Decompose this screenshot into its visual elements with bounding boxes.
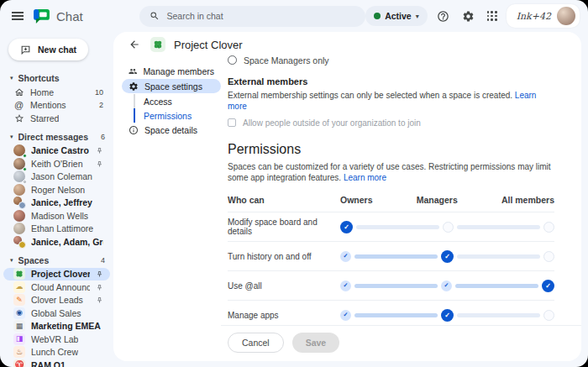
pin-icon xyxy=(96,156,103,171)
sidebar: New chat ▾ Shortcuts Home 10 @ Mentions … xyxy=(0,32,113,367)
people-icon xyxy=(129,66,137,76)
dm-item[interactable]: Janice, Adam, Gre… xyxy=(3,235,110,249)
clover-icon xyxy=(150,37,165,52)
dm-item[interactable]: Ethan Lattimore xyxy=(3,223,110,236)
space-managers-only-option[interactable]: Space Managers only xyxy=(228,55,554,66)
top-bar: Chat Search in chat Active ▾ Ink+42 xyxy=(0,0,588,32)
slider-stop-all-members[interactable] xyxy=(543,222,554,233)
dm-item[interactable]: Jason Coleman xyxy=(3,170,110,184)
status-selector[interactable]: Active ▾ xyxy=(365,6,428,26)
chevron-down-icon: ▾ xyxy=(416,13,419,20)
dm-item[interactable]: Madison Wells xyxy=(3,209,110,223)
pencil-icon: ✎ xyxy=(13,294,25,306)
sidebar-item-mentions[interactable]: @ Mentions 2 xyxy=(3,99,110,113)
checkbox-icon[interactable] xyxy=(228,118,236,127)
back-arrow-icon xyxy=(129,39,140,50)
slider-stop-owners[interactable] xyxy=(340,251,351,262)
section-shortcuts[interactable]: ▾ Shortcuts xyxy=(0,71,113,86)
space-item[interactable]: ♨ Lunch Crew xyxy=(3,346,110,359)
chart-icon: ▦ xyxy=(13,320,25,332)
vr-icon: ◨ xyxy=(13,333,25,345)
dm-item[interactable]: Keith O'Brien xyxy=(3,157,110,170)
slider-stop-owners[interactable] xyxy=(340,310,351,321)
help-icon xyxy=(437,10,449,23)
dialog-content: Space Managers only External members Ext… xyxy=(221,55,581,325)
section-direct-messages[interactable]: ▾ Direct messages 6 xyxy=(0,129,113,144)
back-button[interactable] xyxy=(127,37,142,52)
mentions-icon: @ xyxy=(13,100,24,111)
sidebar-item-starred[interactable]: Starred xyxy=(3,112,110,125)
section-count: 6 xyxy=(101,133,105,141)
save-button[interactable]: Save xyxy=(292,333,340,353)
section-count: 4 xyxy=(101,256,105,265)
learn-more-link[interactable]: Learn more xyxy=(344,173,386,182)
space-item[interactable]: ▦ Marketing EMEA xyxy=(3,320,110,333)
main-menu-button[interactable] xyxy=(8,8,27,24)
status-label: Active xyxy=(385,11,412,21)
col-all-members: All members xyxy=(501,195,554,205)
dm-item[interactable]: Janice, Jeffrey xyxy=(3,197,110,210)
nav-manage-members[interactable]: Manage members xyxy=(122,64,221,78)
app-window: Chat Search in chat Active ▾ Ink+42 xyxy=(0,0,588,367)
avatar xyxy=(13,144,25,156)
slider-stop-owners[interactable] xyxy=(340,280,351,291)
new-chat-button[interactable]: New chat xyxy=(8,39,88,60)
group-avatar xyxy=(13,197,25,208)
avatar xyxy=(13,158,25,170)
collapse-icon: ▾ xyxy=(10,134,13,140)
search-icon xyxy=(150,11,160,21)
search-input[interactable]: Search in chat xyxy=(139,6,365,27)
allow-external-checkbox-row: Allow people outside of your organizatio… xyxy=(228,117,554,128)
slider-stop-managers[interactable] xyxy=(441,250,454,263)
info-icon xyxy=(129,125,139,135)
help-button[interactable] xyxy=(433,7,453,26)
collapse-icon: ▾ xyxy=(10,257,13,264)
unread-count: 10 xyxy=(95,88,103,97)
slider-stop-all-members[interactable] xyxy=(542,280,554,292)
slider-stop-managers[interactable] xyxy=(443,222,454,233)
slider-stop-all-members[interactable] xyxy=(543,310,554,321)
slider-stop-managers[interactable] xyxy=(441,309,454,322)
clover-icon xyxy=(13,268,25,280)
pin-icon xyxy=(96,292,103,307)
avatar xyxy=(13,184,25,196)
space-item-project-clover[interactable]: Project Clover xyxy=(3,268,110,281)
account-pill[interactable]: Ink+42 xyxy=(507,4,580,28)
space-item[interactable]: ✎ Clover Leads xyxy=(3,294,110,307)
slider-stop-managers[interactable] xyxy=(441,280,452,291)
permissions-description: Spaces can be customized for a variety o… xyxy=(228,161,554,183)
slider-stop-all-members[interactable] xyxy=(543,251,554,262)
settings-button[interactable] xyxy=(459,7,478,26)
space-item[interactable]: ◉ Global Sales xyxy=(3,307,110,320)
sidebar-item-home[interactable]: Home 10 xyxy=(3,86,110,99)
dialog-nav: Manage members Space settings Access Per… xyxy=(113,55,221,361)
col-managers: Managers xyxy=(417,195,458,205)
permissions-heading: Permissions xyxy=(228,142,554,157)
nav-permissions[interactable]: Permissions xyxy=(134,108,221,123)
nav-access[interactable]: Access xyxy=(134,94,221,108)
radio-icon[interactable] xyxy=(228,55,237,65)
presence-dot xyxy=(23,167,27,171)
apps-grid-icon xyxy=(487,11,497,21)
permission-slider xyxy=(340,250,554,263)
nav-space-settings[interactable]: Space settings xyxy=(122,79,221,93)
slider-stop-owners[interactable] xyxy=(340,221,353,233)
space-item[interactable]: ♈ RAM Q1 xyxy=(3,359,110,367)
permission-slider xyxy=(340,309,554,322)
search-placeholder: Search in chat xyxy=(166,11,223,21)
external-members-heading: External members xyxy=(228,76,554,87)
space-item[interactable]: ◨ WebVR Lab xyxy=(3,333,110,346)
dm-item[interactable]: Roger Nelson xyxy=(3,183,110,197)
permission-row: Manage apps xyxy=(228,301,554,325)
dm-item[interactable]: Janice Castro xyxy=(3,144,110,158)
dialog-footer: Cancel Save xyxy=(221,325,581,361)
workspace-brand-logo: Ink+42 xyxy=(517,11,551,22)
user-avatar[interactable] xyxy=(557,7,575,25)
nav-space-details[interactable]: Space details xyxy=(122,123,221,137)
cancel-button[interactable]: Cancel xyxy=(228,333,284,353)
space-item[interactable]: ☁ Cloud Announceme… xyxy=(3,280,110,294)
section-spaces[interactable]: ▾ Spaces 4 xyxy=(0,253,113,268)
space-settings-dialog: Project Clover Manage members Space sett… xyxy=(113,32,581,361)
collapse-icon: ▾ xyxy=(10,75,13,81)
google-apps-button[interactable] xyxy=(484,8,501,24)
